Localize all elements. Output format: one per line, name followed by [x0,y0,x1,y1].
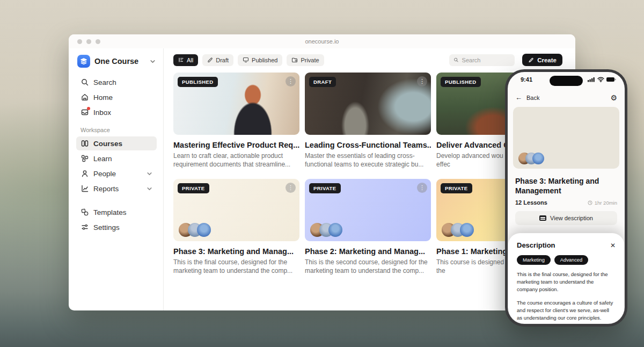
status-badge: PRIVATE [178,183,209,193]
sidebar-item-search[interactable]: Search [76,75,157,89]
sheet-title: Description [517,241,610,249]
course-hero-image [513,107,619,169]
toolbar: All Draft Published Private [173,54,562,66]
course-card[interactable]: PUBLISHED ⋮ Mastering Effective Product … [173,73,299,169]
tag-marketing: Marketing [517,255,551,265]
card-menu-button[interactable]: ⋮ [286,76,296,86]
chevron-down-icon [150,59,156,64]
phone-course-title: Phase 3: Marketing and Management [508,169,625,196]
monitor-icon [243,57,249,63]
course-card[interactable]: PRIVATE ⋮ Phase 3: Marketing and Manag..… [173,179,299,276]
phone-mockup: 9:41 ← Back ⚙ Phase 3: Marketing and Man… [505,69,627,327]
sidebar-item-home[interactable]: Home [76,90,157,104]
description-paragraph: The course encourages a culture of safet… [517,299,616,322]
back-button[interactable]: Back [526,95,610,101]
member-avatars [179,223,211,237]
course-description: Learn to craft clear, actionable product… [173,151,299,169]
chevron-down-icon [147,171,152,177]
people-icon [80,169,89,178]
workspace-switcher[interactable]: One Course [76,53,157,75]
course-thumbnail: PUBLISHED ⋮ [173,73,299,135]
card-menu-button[interactable]: ⋮ [417,76,427,86]
create-label: Create [537,57,557,63]
sidebar-item-settings[interactable]: Settings [76,220,157,234]
create-button[interactable]: Create [522,54,562,66]
sidebar: One Course Search Home Inbox Workspace C… [69,48,164,310]
course-thumbnail: PRIVATE ⋮ [305,179,431,241]
courses-icon [80,139,89,148]
sidebar-item-templates[interactable]: Templates [76,205,157,219]
description-icon [539,215,546,221]
back-arrow-icon[interactable]: ← [515,93,522,102]
status-badge: PUBLISHED [441,77,481,87]
course-card[interactable]: DRAFT ⋮ Leading Cross-Functional Teams..… [305,73,431,169]
settings-icon [80,223,89,232]
sidebar-item-label: Templates [93,208,127,216]
search-icon [453,57,458,63]
course-description: This is the final course, designed for t… [173,258,299,276]
sidebar-item-label: Search [93,78,116,86]
avatar [197,223,211,237]
search-icon [80,78,89,86]
description-sheet: Description ✕ Marketing Advanced This is… [508,233,624,323]
clock-icon [588,200,592,205]
filter-tabs: All Draft Published Private [173,54,449,66]
status-icons [588,77,616,82]
chevron-down-icon [147,186,152,192]
course-title: Mastering Effective Product Req... [173,141,299,149]
sidebar-item-inbox[interactable]: Inbox [76,105,157,119]
course-thumbnail: PRIVATE ⋮ [173,179,299,241]
battery-icon [606,77,616,82]
course-title: Phase 3: Marketing and Manag... [173,247,299,256]
filter-label: Draft [216,57,229,63]
gear-icon[interactable]: ⚙ [610,94,617,102]
member-avatars [310,223,342,237]
signal-icon [588,77,595,82]
card-menu-button[interactable]: ⋮ [286,183,296,193]
filter-draft[interactable]: Draft [202,54,233,66]
sidebar-item-reports[interactable]: Reports [76,182,157,196]
close-icon[interactable]: ✕ [610,242,616,249]
sidebar-item-label: People [93,170,142,178]
inbox-unread-dot [87,107,90,110]
tag-list: Marketing Advanced [517,255,616,265]
tag-advanced: Advanced [554,255,588,265]
wifi-icon [597,77,604,82]
description-paragraph: This is the final course, designed for t… [517,271,616,293]
avatar [328,223,342,237]
templates-icon [80,208,89,216]
view-description-label: View description [550,215,593,221]
sidebar-item-people[interactable]: People [76,167,157,180]
member-avatars [442,223,474,237]
filter-published[interactable]: Published [238,54,282,66]
filter-all[interactable]: All [173,54,198,66]
course-meta: 12 Lessons 1hr 20min [508,196,625,206]
list-icon [178,57,184,63]
sidebar-item-courses[interactable]: Courses [76,136,157,150]
status-time: 9:41 [521,76,532,83]
window-titlebar[interactable]: onecourse.io [69,34,575,48]
course-card[interactable]: PRIVATE ⋮ Phase 2: Marketing and Manag..… [305,179,431,276]
avatar [460,223,474,237]
member-avatars [518,153,544,164]
course-description: This is the second course, designed for … [305,258,431,276]
sidebar-item-label: Courses [93,140,122,148]
duration-label: 1hr 20min [595,200,617,206]
search-box[interactable] [449,54,515,66]
sidebar-item-label: Settings [93,223,120,232]
dynamic-island [550,76,583,86]
status-badge: PRIVATE [441,183,472,193]
course-thumbnail: DRAFT ⋮ [305,73,431,135]
course-description: Master the essentials of leading cross-f… [305,151,431,169]
filter-private[interactable]: Private [287,54,324,66]
sidebar-item-label: Home [93,93,113,102]
sidebar-item-label: Reports [93,185,142,193]
home-icon [80,93,89,102]
view-description-button[interactable]: View description [515,211,617,225]
card-menu-button[interactable]: ⋮ [417,183,427,193]
sidebar-item-learn[interactable]: Learn [76,151,157,165]
search-input[interactable] [462,57,511,63]
filter-label: Private [301,57,319,63]
phone-nav: ← Back ⚙ [508,88,625,105]
sidebar-item-label: Learn [93,155,112,163]
